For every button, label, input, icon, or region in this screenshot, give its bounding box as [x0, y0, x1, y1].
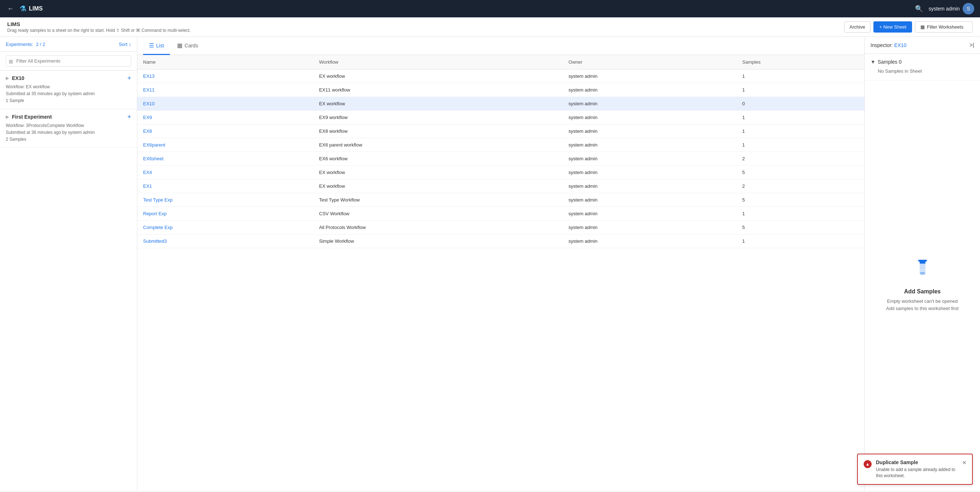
cell-name: Complete Exp [137, 221, 313, 235]
page-header-right: Archive + New Sheet ▦ Filter Worksheets [844, 21, 973, 33]
row-name-link[interactable]: EX6sheet [143, 156, 163, 161]
tab-cards[interactable]: ▦ Cards [171, 37, 204, 55]
tab-list[interactable]: ☰ List [143, 37, 170, 55]
archive-button[interactable]: Archive [844, 21, 870, 33]
page-subtitle: Drag ready samples to a sheet on the rig… [7, 28, 191, 33]
row-name-link[interactable]: Complete Exp [143, 225, 173, 230]
col-workflow: Workflow [313, 55, 563, 69]
cell-owner: system admin [563, 138, 737, 152]
cell-workflow: EX6 workflow [313, 152, 563, 166]
row-name-link[interactable]: EX9 [143, 115, 152, 120]
cell-owner: system admin [563, 193, 737, 207]
cell-name: Submitted3 [137, 235, 313, 248]
row-name-link[interactable]: EX10 [143, 101, 155, 106]
svg-point-2 [920, 272, 926, 275]
cell-samples: 0 [737, 97, 864, 111]
table-row[interactable]: EX6parent EX6 parent workflow system adm… [137, 138, 864, 152]
new-sheet-button[interactable]: + New Sheet [873, 21, 912, 33]
cell-samples: 1 [737, 83, 864, 97]
sort-label: Sort [119, 42, 127, 47]
row-name-link[interactable]: Test Type Exp [143, 197, 172, 203]
add-samples-desc: Empty worksheet can't be openedAdd sampl… [886, 298, 959, 312]
table-row[interactable]: EX8 EX8 workflow system admin 1 [137, 125, 864, 138]
back-icon: ← [7, 5, 14, 13]
table-row[interactable]: EX4 EX workflow system admin 5 [137, 166, 864, 179]
row-name-link[interactable]: EX11 [143, 87, 155, 93]
cell-name: EX13 [137, 69, 313, 83]
experiment-header: ▶ First Experiment + [6, 113, 131, 120]
filter-experiments-input[interactable] [6, 55, 131, 67]
experiments-label: Experiments: [6, 42, 33, 47]
table-row[interactable]: EX13 EX workflow system admin 1 [137, 69, 864, 83]
filter-worksheets-button[interactable]: ▦ Filter Worksheets [915, 21, 973, 33]
toast-notification: ▲ Duplicate Sample Unable to add a sampl… [857, 454, 973, 485]
col-samples: Samples [737, 55, 864, 69]
experiment-name: EX10 [12, 75, 24, 81]
top-nav: ← ⚗ LIMS 🔍 system admin S [0, 0, 980, 18]
experiment-item[interactable]: ▶ First Experiment + Workflow: 3Protocol… [0, 109, 137, 148]
table-row[interactable]: EX6sheet EX6 workflow system admin 2 [137, 152, 864, 166]
cell-samples: 1 [737, 111, 864, 125]
table-row[interactable]: Complete Exp All Protocols Workflow syst… [137, 221, 864, 235]
table-row[interactable]: EX1 EX workflow system admin 2 [137, 179, 864, 193]
table-row[interactable]: Submitted3 Simple Workflow system admin … [137, 235, 864, 248]
cell-name: Report Exp [137, 207, 313, 221]
sort-icon: ↕ [129, 42, 132, 47]
cell-name: EX11 [137, 83, 313, 97]
experiment-workflow: Workflow: 3ProtocolsComplete Workflow [6, 122, 131, 129]
cell-samples: 1 [737, 138, 864, 152]
cell-samples: 1 [737, 235, 864, 248]
cell-owner: system admin [563, 166, 737, 179]
row-name-link[interactable]: EX8 [143, 128, 152, 134]
experiments-table: Name Workflow Owner Samples EX13 EX work… [137, 55, 864, 248]
row-name-link[interactable]: Submitted3 [143, 238, 167, 244]
add-experiment-button[interactable]: + [127, 75, 131, 81]
cell-owner: system admin [563, 207, 737, 221]
cell-owner: system admin [563, 235, 737, 248]
inspector-section-header[interactable]: ▼ Samples 0 [870, 59, 974, 65]
back-button[interactable]: ← [6, 4, 15, 14]
filter-experiments-icon: ▦ [9, 58, 13, 64]
experiment-samples: 1 Sample [6, 97, 131, 104]
toast-close-button[interactable]: × [962, 459, 966, 466]
table-row[interactable]: EX11 EX11 workflow system admin 1 [137, 83, 864, 97]
experiment-submitted: Submitted at 35 minutes ago by system ad… [6, 91, 131, 97]
experiments-list: ▶ EX10 + Workflow: EX workflow Submitted… [0, 70, 137, 491]
page-title: LIMS [7, 21, 191, 27]
user-name: system admin [929, 6, 960, 11]
cell-workflow: All Protocols Workflow [313, 221, 563, 235]
table-row[interactable]: EX9 EX9 workflow system admin 1 [137, 111, 864, 125]
cell-owner: system admin [563, 221, 737, 235]
main-layout: Experiments: 2 / 2 Sort ↕ ▦ ▶ EX10 [0, 37, 980, 491]
cell-workflow: EX workflow [313, 179, 563, 193]
row-name-link[interactable]: EX6parent [143, 142, 165, 148]
experiments-count: 2 / 2 [36, 42, 45, 47]
experiment-name: First Experiment [12, 114, 52, 120]
experiment-item[interactable]: ▶ EX10 + Workflow: EX workflow Submitted… [0, 70, 137, 109]
col-owner: Owner [563, 55, 737, 69]
cell-name: EX10 [137, 97, 313, 111]
table-row[interactable]: EX10 EX workflow system admin 0 [137, 97, 864, 111]
search-button[interactable]: 🔍 [915, 5, 923, 13]
inspector-collapse-button[interactable]: >| [969, 42, 975, 48]
inspector-label: Inspector: EX10 [870, 42, 907, 48]
row-name-link[interactable]: EX13 [143, 73, 155, 79]
add-experiment-button[interactable]: + [127, 113, 131, 120]
row-name-link[interactable]: EX4 [143, 170, 152, 175]
cell-name: EX6sheet [137, 152, 313, 166]
cell-workflow: EX11 workflow [313, 83, 563, 97]
sort-button[interactable]: Sort ↕ [119, 42, 131, 47]
no-samples-text: No Samples in Sheet [870, 65, 974, 75]
col-name: Name [137, 55, 313, 69]
inspector-header: Inspector: EX10 >| [865, 37, 980, 54]
user-info: system admin S [929, 3, 974, 14]
table-row[interactable]: Report Exp CSV Workflow system admin 1 [137, 207, 864, 221]
cell-owner: system admin [563, 152, 737, 166]
row-name-link[interactable]: EX1 [143, 184, 152, 189]
cell-owner: system admin [563, 69, 737, 83]
cards-icon: ▦ [177, 42, 183, 49]
page-header: LIMS Drag ready samples to a sheet on th… [0, 18, 980, 37]
cell-name: EX8 [137, 125, 313, 138]
table-row[interactable]: Test Type Exp Test Type Workflow system … [137, 193, 864, 207]
row-name-link[interactable]: Report Exp [143, 211, 167, 216]
